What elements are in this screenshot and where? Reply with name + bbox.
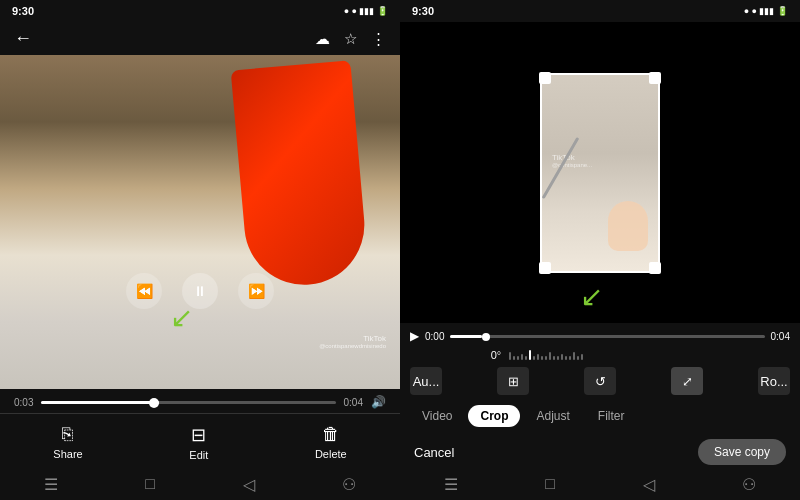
left-status-bar: 9:30 ● ● ▮▮▮ 🔋 xyxy=(0,0,400,22)
more-icon[interactable]: ⋮ xyxy=(371,30,386,48)
more-tool-button[interactable]: Ro... xyxy=(758,367,790,395)
tab-video[interactable]: Video xyxy=(410,405,464,427)
tool-row: Au... ⊞ ↺ ⤢ Ro... xyxy=(400,363,800,399)
cancel-button[interactable]: Cancel xyxy=(414,445,454,460)
progress-area: 0:03 0:04 🔊 xyxy=(0,389,400,413)
save-copy-button[interactable]: Save copy xyxy=(698,439,786,465)
auto-tool-label: Au... xyxy=(413,374,440,389)
share-action[interactable]: ⎘ Share xyxy=(53,424,82,461)
crop-corner-bl[interactable] xyxy=(539,262,551,274)
rotate-tool-button[interactable]: ↺ xyxy=(584,367,616,395)
right-panel: 9:30 ● ● ▮▮▮ 🔋 TikTok @contispane... ↙ xyxy=(400,0,800,500)
timeline-dot xyxy=(482,333,490,341)
volume-icon[interactable]: 🔊 xyxy=(371,395,386,409)
tab-filter[interactable]: Filter xyxy=(586,405,637,427)
timeline-row: ▶ 0:00 0:04 xyxy=(410,329,790,343)
delete-label: Delete xyxy=(315,448,347,460)
edit-icon: ⊟ xyxy=(191,424,206,446)
tab-crop[interactable]: Crop xyxy=(468,405,520,427)
crop-corner-tr[interactable] xyxy=(649,72,661,84)
progress-track[interactable] xyxy=(41,401,335,404)
total-time: 0:04 xyxy=(344,397,363,408)
share-icon: ⎘ xyxy=(62,424,73,445)
play-small-icon[interactable]: ▶ xyxy=(410,329,419,343)
right-nav-back-icon[interactable]: ◁ xyxy=(643,475,655,494)
progress-bar-row: 0:03 0:04 🔊 xyxy=(14,395,386,409)
right-nav-bar: ☰ □ ◁ ⚇ xyxy=(400,469,800,500)
current-time: 0:03 xyxy=(14,397,33,408)
right-video-preview: TikTok @contispane... ↙ xyxy=(400,22,800,323)
nav-menu-icon[interactable]: ☰ xyxy=(44,475,58,494)
rotation-row: 0° xyxy=(400,345,800,363)
timeline-track[interactable] xyxy=(450,335,764,338)
timeline-area: ▶ 0:00 0:04 xyxy=(400,323,800,345)
edit-label: Edit xyxy=(189,449,208,461)
tab-adjust[interactable]: Adjust xyxy=(524,405,581,427)
right-status-bar: 9:30 ● ● ▮▮▮ 🔋 xyxy=(400,0,800,22)
play-controls: ⏪ ⏸ ⏩ xyxy=(126,273,274,309)
crop-corner-tl[interactable] xyxy=(539,72,551,84)
right-nav-menu-icon[interactable]: ☰ xyxy=(444,475,458,494)
tab-row: Video Crop Adjust Filter xyxy=(400,399,800,433)
slide-decoration xyxy=(231,60,370,290)
left-status-icons: ● ● ▮▮▮ 🔋 xyxy=(344,6,388,16)
right-nav-person-icon[interactable]: ⚇ xyxy=(742,475,756,494)
timeline-fill xyxy=(450,335,481,338)
delete-action[interactable]: 🗑 Delete xyxy=(315,424,347,461)
video-area: ⏪ ⏸ ⏩ TikTok @contispanewdmisinedo ↙ xyxy=(0,55,400,389)
rotation-value: 0° xyxy=(491,349,502,361)
left-nav-bar: ☰ □ ◁ ⚇ xyxy=(0,469,400,500)
upload-icon[interactable]: ☁ xyxy=(315,30,330,48)
nav-person-icon[interactable]: ⚇ xyxy=(342,475,356,494)
delete-icon: 🗑 xyxy=(322,424,340,445)
fast-forward-button[interactable]: ⏩ xyxy=(238,273,274,309)
back-button[interactable]: ← xyxy=(14,28,32,49)
left-time: 9:30 xyxy=(12,5,34,17)
tiktok-watermark: TikTok @contispanewdmisinedo xyxy=(319,334,386,349)
bottom-row: Cancel Save copy xyxy=(400,433,800,469)
progress-fill xyxy=(41,401,159,404)
share-label: Share xyxy=(53,448,82,460)
object-decoration xyxy=(542,137,580,199)
nav-back-icon[interactable]: ◁ xyxy=(243,475,255,494)
right-status-icons: ● ● ▮▮▮ 🔋 xyxy=(744,6,788,16)
crop-preview-inner: TikTok @contispane... xyxy=(542,75,658,271)
hand-decoration xyxy=(608,201,648,251)
edit-action[interactable]: ⊟ Edit xyxy=(189,424,208,461)
header-actions: ☁ ☆ ⋮ xyxy=(315,30,386,48)
rewind-button[interactable]: ⏪ xyxy=(126,273,162,309)
green-arrow-right: ↙ xyxy=(580,280,603,313)
crop-corner-br[interactable] xyxy=(649,262,661,274)
inner-tiktok-mark: TikTok @contispane... xyxy=(552,153,592,168)
pause-button[interactable]: ⏸ xyxy=(182,273,218,309)
more-tool-label: Ro... xyxy=(760,374,787,389)
crop-tool-button[interactable]: ⤢ xyxy=(671,367,703,395)
crop-frame[interactable]: TikTok @contispane... xyxy=(540,73,660,273)
grid-tool-button[interactable]: ⊞ xyxy=(497,367,529,395)
right-time: 9:30 xyxy=(412,5,434,17)
timeline-total: 0:04 xyxy=(771,331,790,342)
bottom-actions: ⎘ Share ⊟ Edit 🗑 Delete xyxy=(0,413,400,469)
right-nav-home-icon[interactable]: □ xyxy=(545,475,555,494)
star-icon[interactable]: ☆ xyxy=(344,30,357,48)
progress-dot xyxy=(149,398,159,408)
nav-home-icon[interactable]: □ xyxy=(145,475,155,494)
left-header: ← ☁ ☆ ⋮ xyxy=(0,22,400,55)
timeline-current: 0:00 xyxy=(425,331,444,342)
rotation-ticks xyxy=(509,350,709,360)
auto-tool-button[interactable]: Au... xyxy=(410,367,442,395)
left-panel: 9:30 ● ● ▮▮▮ 🔋 ← ☁ ☆ ⋮ ⏪ ⏸ ⏩ TikTok @con… xyxy=(0,0,400,500)
